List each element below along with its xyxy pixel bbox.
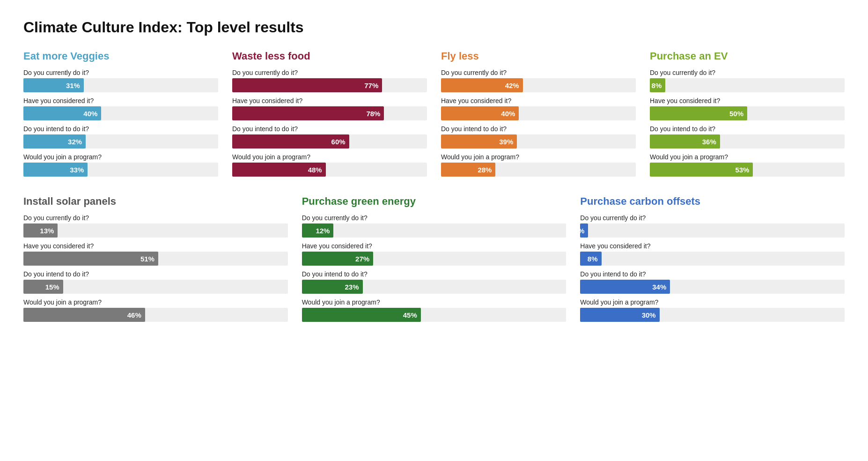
bar-container-fly-less-3: 28% bbox=[441, 163, 636, 177]
bar-container-purchase-carbon-offsets-1: 8% bbox=[580, 252, 845, 266]
page-title: Climate Culture Index: Top level results bbox=[23, 19, 845, 36]
bar-label-fly-less-0: 42% bbox=[505, 82, 519, 89]
bar-purchase-ev-2: 36% bbox=[650, 134, 720, 149]
question-label-purchase-carbon-offsets-1: Have you considered it? bbox=[580, 242, 845, 250]
bar-container-purchase-ev-1: 50% bbox=[650, 106, 845, 120]
category-title-waste-less-food: Waste less food bbox=[232, 50, 427, 62]
category-install-solar-panels: Install solar panelsDo you currently do … bbox=[23, 195, 288, 322]
question-label-waste-less-food-2: Do you intend to do it? bbox=[232, 125, 427, 133]
bar-container-waste-less-food-1: 78% bbox=[232, 106, 427, 120]
bar-install-solar-panels-1: 51% bbox=[23, 252, 158, 266]
question-label-purchase-green-energy-2: Do you intend to do it? bbox=[302, 270, 566, 278]
question-label-waste-less-food-1: Have you considered it? bbox=[232, 97, 427, 104]
category-fly-less: Fly lessDo you currently do it?42%Have y… bbox=[441, 50, 636, 177]
question-label-eat-more-veggies-2: Do you intend to do it? bbox=[23, 125, 218, 133]
question-label-waste-less-food-0: Do you currently do it? bbox=[232, 69, 427, 76]
bar-container-install-solar-panels-1: 51% bbox=[23, 252, 288, 266]
bar-waste-less-food-0: 77% bbox=[232, 78, 382, 92]
bar-label-purchase-green-energy-2: 23% bbox=[345, 283, 359, 291]
question-label-install-solar-panels-3: Would you join a program? bbox=[23, 298, 288, 306]
bar-container-purchase-green-energy-1: 27% bbox=[302, 252, 566, 266]
bar-purchase-ev-1: 50% bbox=[650, 106, 747, 120]
bar-install-solar-panels-2: 15% bbox=[23, 280, 63, 294]
bar-label-purchase-carbon-offsets-2: 34% bbox=[652, 283, 666, 291]
bar-purchase-carbon-offsets-3: 30% bbox=[580, 308, 659, 322]
bar-purchase-green-energy-2: 23% bbox=[302, 280, 363, 294]
bar-label-purchase-carbon-offsets-0: 3% bbox=[574, 227, 585, 235]
bar-eat-more-veggies-2: 32% bbox=[23, 134, 86, 149]
bar-container-purchase-ev-3: 53% bbox=[650, 163, 845, 177]
bar-container-install-solar-panels-0: 13% bbox=[23, 223, 288, 238]
bar-label-waste-less-food-1: 78% bbox=[366, 110, 380, 118]
question-label-fly-less-2: Do you intend to do it? bbox=[441, 125, 636, 133]
bar-container-purchase-carbon-offsets-0: 3% bbox=[580, 223, 845, 238]
bar-label-purchase-ev-2: 36% bbox=[702, 138, 716, 146]
question-label-fly-less-3: Would you join a program? bbox=[441, 153, 636, 161]
question-label-fly-less-0: Do you currently do it? bbox=[441, 69, 636, 76]
question-label-eat-more-veggies-0: Do you currently do it? bbox=[23, 69, 218, 76]
bar-container-eat-more-veggies-3: 33% bbox=[23, 163, 218, 177]
category-title-install-solar-panels: Install solar panels bbox=[23, 195, 288, 208]
bar-container-fly-less-0: 42% bbox=[441, 78, 636, 92]
question-label-purchase-ev-3: Would you join a program? bbox=[650, 153, 845, 161]
bar-container-waste-less-food-2: 60% bbox=[232, 134, 427, 149]
category-waste-less-food: Waste less foodDo you currently do it?77… bbox=[232, 50, 427, 177]
bar-purchase-green-energy-3: 45% bbox=[302, 308, 421, 322]
bar-label-eat-more-veggies-2: 32% bbox=[68, 138, 82, 146]
bar-label-purchase-ev-1: 50% bbox=[729, 110, 743, 118]
question-label-purchase-ev-2: Do you intend to do it? bbox=[650, 125, 845, 133]
bar-label-purchase-ev-0: 8% bbox=[652, 82, 662, 89]
question-label-install-solar-panels-0: Do you currently do it? bbox=[23, 214, 288, 222]
question-label-fly-less-1: Have you considered it? bbox=[441, 97, 636, 104]
question-label-purchase-carbon-offsets-0: Do you currently do it? bbox=[580, 214, 845, 222]
bar-container-purchase-ev-0: 8% bbox=[650, 78, 845, 92]
bar-container-purchase-carbon-offsets-3: 30% bbox=[580, 308, 845, 322]
bar-container-waste-less-food-0: 77% bbox=[232, 78, 427, 92]
bar-container-waste-less-food-3: 48% bbox=[232, 163, 427, 177]
category-title-purchase-green-energy: Purchase green energy bbox=[302, 195, 566, 208]
bar-purchase-carbon-offsets-1: 8% bbox=[580, 252, 601, 266]
category-title-fly-less: Fly less bbox=[441, 50, 636, 62]
bar-label-install-solar-panels-0: 13% bbox=[40, 227, 54, 235]
bar-label-fly-less-2: 39% bbox=[499, 138, 513, 146]
bar-label-eat-more-veggies-0: 31% bbox=[66, 82, 80, 89]
bottom-categories-grid: Install solar panelsDo you currently do … bbox=[23, 195, 845, 322]
question-label-purchase-ev-1: Have you considered it? bbox=[650, 97, 845, 104]
bar-label-install-solar-panels-3: 46% bbox=[127, 311, 141, 319]
bar-container-eat-more-veggies-0: 31% bbox=[23, 78, 218, 92]
bar-label-eat-more-veggies-3: 33% bbox=[70, 166, 84, 174]
question-label-purchase-carbon-offsets-2: Do you intend to do it? bbox=[580, 270, 845, 278]
bar-container-eat-more-veggies-1: 40% bbox=[23, 106, 218, 120]
bar-label-purchase-green-energy-3: 45% bbox=[403, 311, 417, 319]
bar-container-purchase-ev-2: 36% bbox=[650, 134, 845, 149]
bar-fly-less-0: 42% bbox=[441, 78, 523, 92]
question-label-eat-more-veggies-3: Would you join a program? bbox=[23, 153, 218, 161]
question-label-waste-less-food-3: Would you join a program? bbox=[232, 153, 427, 161]
bar-label-purchase-green-energy-1: 27% bbox=[355, 255, 369, 263]
bar-container-fly-less-1: 40% bbox=[441, 106, 636, 120]
question-label-eat-more-veggies-1: Have you considered it? bbox=[23, 97, 218, 104]
bar-purchase-carbon-offsets-0: 3% bbox=[580, 223, 588, 238]
bar-install-solar-panels-0: 13% bbox=[23, 223, 58, 238]
bar-label-eat-more-veggies-1: 40% bbox=[83, 110, 97, 118]
bar-label-fly-less-3: 28% bbox=[478, 166, 492, 174]
bar-fly-less-2: 39% bbox=[441, 134, 517, 149]
bar-label-waste-less-food-0: 77% bbox=[364, 82, 378, 89]
bar-install-solar-panels-3: 46% bbox=[23, 308, 145, 322]
bar-fly-less-1: 40% bbox=[441, 106, 519, 120]
bar-label-fly-less-1: 40% bbox=[501, 110, 515, 118]
bar-label-purchase-ev-3: 53% bbox=[735, 166, 749, 174]
question-label-purchase-ev-0: Do you currently do it? bbox=[650, 69, 845, 76]
bar-waste-less-food-1: 78% bbox=[232, 106, 384, 120]
bar-eat-more-veggies-3: 33% bbox=[23, 163, 88, 177]
bar-waste-less-food-2: 60% bbox=[232, 134, 349, 149]
bar-purchase-ev-0: 8% bbox=[650, 78, 665, 92]
category-purchase-ev: Purchase an EVDo you currently do it?8%H… bbox=[650, 50, 845, 177]
question-label-purchase-green-energy-0: Do you currently do it? bbox=[302, 214, 566, 222]
bar-label-install-solar-panels-2: 15% bbox=[45, 283, 59, 291]
bar-label-purchase-carbon-offsets-3: 30% bbox=[642, 311, 656, 319]
category-eat-more-veggies: Eat more VeggiesDo you currently do it?3… bbox=[23, 50, 218, 177]
top-categories-grid: Eat more VeggiesDo you currently do it?3… bbox=[23, 50, 845, 177]
category-purchase-green-energy: Purchase green energyDo you currently do… bbox=[302, 195, 566, 322]
bar-eat-more-veggies-1: 40% bbox=[23, 106, 101, 120]
